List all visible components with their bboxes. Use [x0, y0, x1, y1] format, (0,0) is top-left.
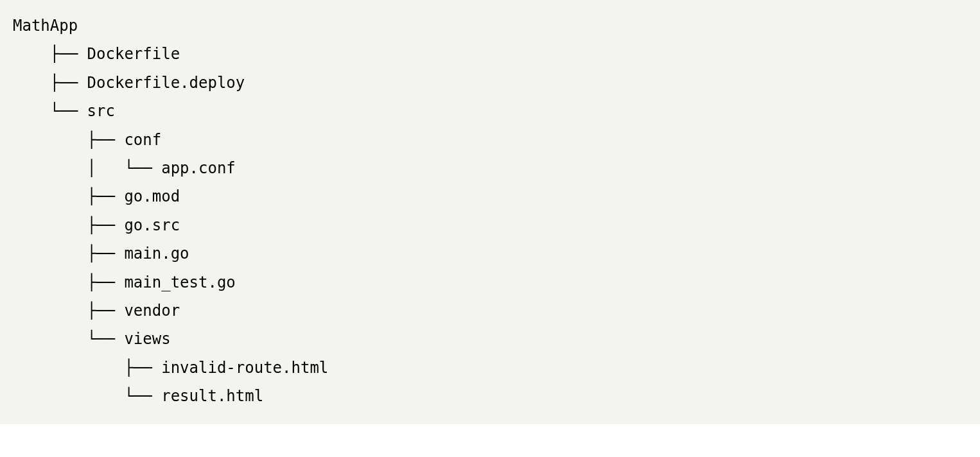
- tree-line: ├── Dockerfile: [13, 40, 967, 68]
- tree-line: ├── conf: [13, 126, 967, 154]
- tree-line: └── src: [13, 97, 967, 125]
- tree-line: ├── go.src: [13, 211, 967, 239]
- tree-line: MathApp: [13, 12, 967, 40]
- tree-line: ├── Dockerfile.deploy: [13, 69, 967, 97]
- tree-line: │ └── app.conf: [13, 154, 967, 182]
- tree-line: ├── main.go: [13, 239, 967, 268]
- tree-line: └── result.html: [13, 382, 967, 410]
- tree-line: ├── go.mod: [13, 182, 967, 211]
- tree-line: ├── main_test.go: [13, 268, 967, 297]
- directory-tree: MathApp ├── Dockerfile ├── Dockerfile.de…: [0, 0, 980, 424]
- tree-line: └── views: [13, 325, 967, 353]
- tree-line: ├── invalid-route.html: [13, 354, 967, 382]
- tree-line: ├── vendor: [13, 297, 967, 325]
